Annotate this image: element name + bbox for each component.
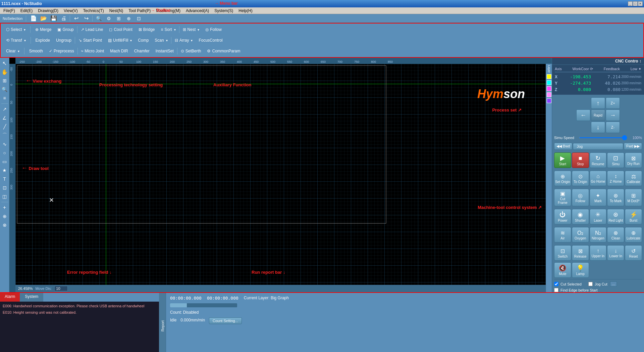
focuscontrol-button[interactable]: FocusControl — [196, 37, 225, 44]
lamp-button[interactable]: 💡 Lamp — [572, 262, 589, 278]
add-tool[interactable]: + — [1, 204, 9, 212]
comp-button[interactable]: Comp — [135, 37, 151, 44]
setberth-button[interactable]: ⊙ SetBerth — [178, 48, 204, 54]
to-mark-button[interactable]: ⊛ To Mark — [607, 189, 624, 206]
cut-frame-button[interactable]: ▣ Cut Frame — [554, 189, 571, 206]
select2-tool[interactable]: ⊕ — [1, 212, 9, 220]
release-button[interactable]: ⊠ Release — [572, 245, 589, 261]
jog-cut-settings-btn[interactable]: … — [610, 281, 617, 287]
go-home-button[interactable]: ⌂ Go Home — [590, 171, 607, 186]
shutter-button[interactable]: ◉ Shutter — [572, 209, 589, 224]
smooth-button[interactable]: Smooth — [26, 48, 46, 54]
nest-button[interactable]: ⊞ Nest — [180, 26, 202, 33]
rect-tool[interactable]: ▭ — [1, 158, 9, 166]
measure-tool[interactable]: ⊞ — [1, 77, 9, 85]
menu-advanced[interactable]: Advanced(A) — [183, 8, 212, 14]
follow-button[interactable]: ◎ Follow — [203, 26, 224, 33]
circle-tool[interactable]: ○ — [1, 149, 9, 157]
jog-button[interactable]: Jog — [573, 143, 623, 150]
start-point-button[interactable]: ↘ Start Point — [76, 37, 105, 44]
zoom-tool[interactable]: 🔍 — [1, 85, 9, 93]
upper-in-button[interactable]: ↑ Upper In — [590, 245, 607, 261]
set-origin-button[interactable]: ⊕ Set Origin — [554, 171, 571, 186]
star-tool[interactable]: ★ — [1, 166, 9, 174]
dir-up-button[interactable]: ↑ — [591, 97, 605, 109]
alarm-tab[interactable]: Alarm — [0, 293, 20, 302]
open-icon[interactable]: 📂 — [40, 14, 48, 23]
menu-help[interactable]: Help(H) — [236, 8, 255, 14]
lubricate-button[interactable]: ⊕ Lubricate — [625, 227, 642, 243]
stop-button[interactable]: ■ Stop — [572, 152, 589, 168]
cool-point-button[interactable]: ◻ Cool Point — [106, 26, 135, 33]
cut-selected-checkbox[interactable] — [554, 282, 558, 286]
switch-button[interactable]: ⊡ Switch — [554, 245, 571, 261]
cursor-tool[interactable]: ↖ — [1, 59, 9, 67]
select-button[interactable]: ⬡ Select — [3, 26, 28, 33]
commonparam-button[interactable]: ⚙ CommonParam — [204, 48, 243, 54]
layer-color-1[interactable] — [547, 74, 551, 79]
count-setting-button[interactable]: Count Setting... — [209, 317, 242, 324]
menu-view[interactable]: View(V) — [61, 8, 80, 14]
chamfer-button[interactable]: Chamfer — [131, 48, 152, 54]
oxygen-button[interactable]: O₂ Oxygen — [572, 227, 589, 243]
maximize-button[interactable]: □ — [633, 1, 638, 6]
simu-button[interactable]: ⊡ Simu — [607, 152, 624, 168]
reset-button[interactable]: ↺ Reset — [625, 245, 642, 261]
fwd-button[interactable]: Fwd ▶▶ — [624, 143, 642, 150]
z-home-button[interactable]: ↕ Z Home — [607, 171, 624, 186]
scan-button[interactable]: Scan — [152, 37, 170, 44]
pan-tool[interactable]: ✋ — [1, 68, 9, 76]
array-button[interactable]: ⊟ Array — [172, 37, 196, 44]
bwd-button[interactable]: ◀◀ Bwd — [554, 143, 572, 150]
clear-button[interactable]: Clear — [3, 48, 22, 54]
settings-icon[interactable]: ⚙ — [105, 14, 113, 23]
layer-color-5[interactable] — [547, 98, 551, 103]
instantset-button[interactable]: InstantSet — [153, 48, 176, 54]
start-button[interactable]: ▶ Start — [554, 152, 571, 168]
find-edge-checkbox[interactable] — [554, 288, 558, 292]
mark-button[interactable]: ✦ Mark — [590, 189, 607, 206]
red-light-button[interactable]: ⊛ Red Light — [607, 209, 624, 224]
layer-color-2[interactable] — [547, 80, 551, 85]
undo-icon[interactable]: ↩ — [72, 14, 80, 23]
air-button[interactable]: ≋ Air — [554, 227, 571, 243]
text-measure-tool[interactable]: ≡ — [1, 94, 9, 102]
angle-tool[interactable]: ∠ — [1, 114, 9, 122]
lower-in-button[interactable]: ↓ Lower In — [607, 245, 624, 261]
microjoint-button[interactable]: ≈ Micro Joint — [78, 48, 107, 54]
simu-speed-slider[interactable] — [579, 137, 627, 138]
move-dis-input[interactable] — [54, 286, 68, 291]
dir-down-button[interactable]: ↓ — [591, 122, 605, 133]
resume-button[interactable]: ↻ Resume — [590, 152, 607, 168]
system-tab[interactable]: System — [20, 293, 43, 302]
follow2-button[interactable]: ◎ Follow — [572, 189, 589, 206]
m-dot3-button[interactable]: ⊞ M Dot3* — [625, 189, 642, 206]
dry-run-button[interactable]: ⊠ Dry Run — [625, 152, 642, 168]
lead-line-button[interactable]: ↗ Lead Line — [78, 26, 106, 33]
menu-file[interactable]: File(F) — [1, 8, 18, 14]
laser-button[interactable]: ✳ Laser — [590, 209, 607, 224]
line-tool[interactable]: ╱ — [1, 123, 9, 131]
node-tool[interactable]: ⊗ — [1, 221, 9, 229]
machdir-button[interactable]: Mach DIR — [107, 48, 130, 54]
menu-nest[interactable]: Nest(N) — [107, 8, 126, 14]
menu-toolpath[interactable]: Tool Path(P) — [126, 8, 153, 14]
dir-left-button[interactable]: ← — [576, 109, 590, 121]
canvas-inner[interactable]: ✕ Hymson ← View exchang Processing techn… — [15, 64, 552, 292]
menu-drawing[interactable]: Drawing(D) — [35, 8, 61, 14]
print-icon[interactable]: 🖨 — [60, 14, 68, 23]
canvas-area[interactable]: /* ruler ticks */ -250 -200 -150 -100 -5… — [9, 58, 552, 292]
group-button[interactable]: ▣ Group — [55, 26, 76, 33]
power-button[interactable]: ⏻ Power — [554, 209, 571, 224]
ungroup-button[interactable]: Ungroup — [53, 37, 74, 44]
redo-icon[interactable]: ↪ — [82, 14, 90, 23]
dir-right-button[interactable]: → — [606, 109, 620, 121]
merge-button[interactable]: ⊕ Merge — [33, 26, 54, 33]
zoom-icon[interactable]: 🔍 — [95, 14, 103, 23]
edit-tool[interactable]: ⊡ — [1, 184, 9, 192]
rapid-button[interactable]: Rapid — [591, 109, 605, 121]
burst-button[interactable]: ⚡ Burst — [625, 209, 642, 224]
minimize-button[interactable]: _ — [628, 1, 633, 6]
menu-technics[interactable]: Technics(T) — [80, 8, 107, 14]
nitrogen-button[interactable]: N₂ Nitrogen — [590, 227, 607, 243]
